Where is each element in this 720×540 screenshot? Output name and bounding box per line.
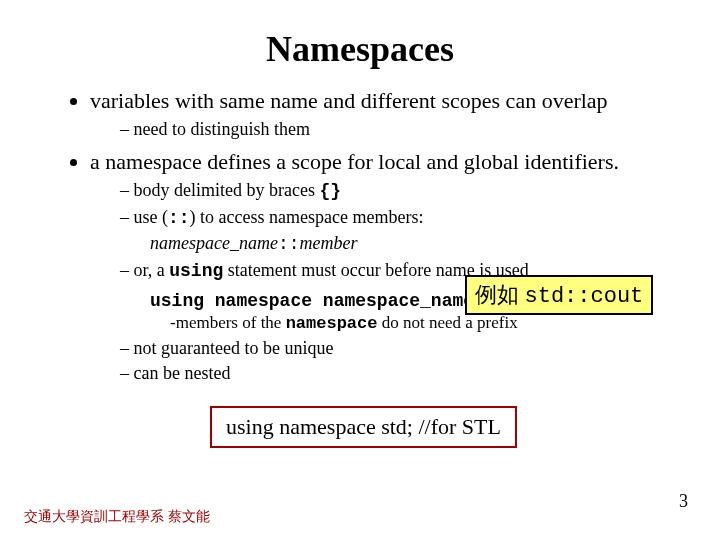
- bullet-1-sub-1: need to distinguish them: [120, 118, 680, 141]
- bullet-1: variables with same name and different s…: [90, 88, 680, 141]
- bullet-2-sublist-continued: not guaranteed to be unique can be neste…: [90, 337, 680, 386]
- bullet-2-sublist: body delimited by braces {} use (::) to …: [90, 179, 680, 283]
- bullet-2: a namespace defines a scope for local an…: [90, 149, 680, 385]
- page-number: 3: [679, 491, 688, 512]
- stl-example-box: using namespace std; //for STL: [210, 406, 517, 448]
- bullet-2-sub-2: use (::) to access namespace members: na…: [120, 206, 680, 257]
- bullet-2-text: a namespace defines a scope for local an…: [90, 149, 619, 174]
- callout-prefix: 例如: [475, 282, 525, 307]
- example-callout: 例如 std::cout: [465, 275, 653, 315]
- main-bullet-list: variables with same name and different s…: [40, 88, 680, 386]
- callout-code: std::cout: [525, 284, 644, 309]
- slide-title: Namespaces: [40, 28, 680, 70]
- bullet-2-sub-5: can be nested: [120, 362, 680, 385]
- footer-attribution: 交通大學資訓工程學系 蔡文能: [24, 508, 210, 526]
- bullet-2-sub-4: not guaranteed to be unique: [120, 337, 680, 360]
- bullet-1-text: variables with same name and different s…: [90, 88, 608, 113]
- members-note: -members of the namespace do not need a …: [170, 313, 680, 333]
- bullet-2-sub-1: body delimited by braces {}: [120, 179, 680, 203]
- bullet-1-sublist: need to distinguish them: [90, 118, 680, 141]
- namespace-member-example: namespace_name::member: [150, 232, 680, 256]
